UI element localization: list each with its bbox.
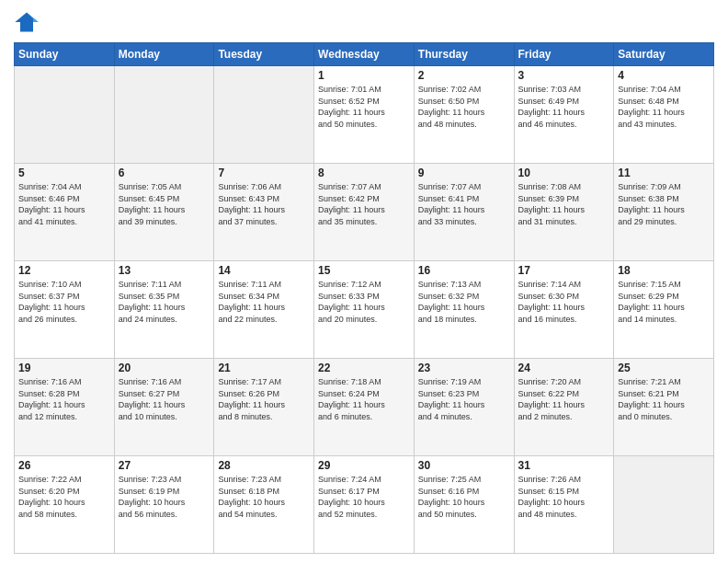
day-number: 14 — [218, 264, 310, 277]
calendar-header-row: SundayMondayTuesdayWednesdayThursdayFrid… — [15, 43, 714, 66]
day-number: 20 — [119, 362, 210, 374]
calendar-cell: 19Sunrise: 7:16 AM Sunset: 6:28 PM Dayli… — [15, 359, 115, 456]
calendar-cell: 20Sunrise: 7:16 AM Sunset: 6:27 PM Dayli… — [114, 359, 214, 456]
day-info: Sunrise: 7:02 AM Sunset: 6:50 PM Dayligh… — [418, 84, 510, 130]
day-info: Sunrise: 7:23 AM Sunset: 6:19 PM Dayligh… — [119, 474, 210, 520]
day-info: Sunrise: 7:24 AM Sunset: 6:17 PM Dayligh… — [318, 474, 410, 520]
day-number: 21 — [218, 362, 310, 374]
calendar-cell: 17Sunrise: 7:14 AM Sunset: 6:30 PM Dayli… — [514, 261, 614, 359]
day-info: Sunrise: 7:08 AM Sunset: 6:39 PM Dayligh… — [518, 181, 610, 227]
calendar-cell: 27Sunrise: 7:23 AM Sunset: 6:19 PM Dayli… — [114, 456, 214, 554]
day-number: 19 — [18, 362, 110, 374]
day-info: Sunrise: 7:04 AM Sunset: 6:46 PM Dayligh… — [18, 181, 110, 227]
calendar-cell: 2Sunrise: 7:02 AM Sunset: 6:50 PM Daylig… — [414, 66, 514, 164]
calendar-cell: 11Sunrise: 7:09 AM Sunset: 6:38 PM Dayli… — [614, 164, 714, 261]
calendar-cell — [214, 66, 314, 164]
calendar-cell: 5Sunrise: 7:04 AM Sunset: 6:46 PM Daylig… — [15, 164, 115, 261]
day-number: 18 — [618, 264, 710, 277]
day-info: Sunrise: 7:22 AM Sunset: 6:20 PM Dayligh… — [18, 474, 110, 520]
calendar-cell: 1Sunrise: 7:01 AM Sunset: 6:52 PM Daylig… — [314, 66, 415, 164]
day-info: Sunrise: 7:13 AM Sunset: 6:32 PM Dayligh… — [418, 279, 510, 325]
day-info: Sunrise: 7:05 AM Sunset: 6:45 PM Dayligh… — [119, 181, 210, 227]
calendar-cell: 9Sunrise: 7:07 AM Sunset: 6:41 PM Daylig… — [414, 164, 514, 261]
calendar-cell — [114, 66, 214, 164]
week-row-2: 5Sunrise: 7:04 AM Sunset: 6:46 PM Daylig… — [15, 164, 714, 261]
day-info: Sunrise: 7:03 AM Sunset: 6:49 PM Dayligh… — [518, 84, 610, 130]
day-number: 16 — [418, 264, 510, 277]
day-info: Sunrise: 7:07 AM Sunset: 6:41 PM Dayligh… — [418, 181, 510, 227]
day-number: 6 — [119, 167, 210, 179]
header-thursday: Thursday — [414, 43, 514, 66]
calendar-cell: 23Sunrise: 7:19 AM Sunset: 6:23 PM Dayli… — [414, 359, 514, 456]
calendar-cell: 14Sunrise: 7:11 AM Sunset: 6:34 PM Dayli… — [214, 261, 314, 359]
calendar-cell: 13Sunrise: 7:11 AM Sunset: 6:35 PM Dayli… — [114, 261, 214, 359]
day-info: Sunrise: 7:18 AM Sunset: 6:24 PM Dayligh… — [318, 376, 410, 422]
day-number: 27 — [119, 459, 210, 472]
calendar-cell: 22Sunrise: 7:18 AM Sunset: 6:24 PM Dayli… — [314, 359, 415, 456]
day-info: Sunrise: 7:26 AM Sunset: 6:15 PM Dayligh… — [518, 474, 610, 520]
calendar-cell — [15, 66, 115, 164]
header-friday: Friday — [514, 43, 614, 66]
day-number: 25 — [618, 362, 710, 374]
day-info: Sunrise: 7:14 AM Sunset: 6:30 PM Dayligh… — [518, 279, 610, 325]
calendar-cell: 3Sunrise: 7:03 AM Sunset: 6:49 PM Daylig… — [514, 66, 614, 164]
day-info: Sunrise: 7:10 AM Sunset: 6:37 PM Dayligh… — [18, 279, 110, 325]
calendar-cell: 31Sunrise: 7:26 AM Sunset: 6:15 PM Dayli… — [514, 456, 614, 554]
calendar-cell: 25Sunrise: 7:21 AM Sunset: 6:21 PM Dayli… — [614, 359, 714, 456]
header-wednesday: Wednesday — [314, 43, 415, 66]
day-info: Sunrise: 7:11 AM Sunset: 6:35 PM Dayligh… — [119, 279, 210, 325]
day-number: 5 — [18, 167, 110, 179]
day-number: 24 — [518, 362, 610, 374]
calendar-cell: 15Sunrise: 7:12 AM Sunset: 6:33 PM Dayli… — [314, 261, 415, 359]
day-number: 31 — [518, 459, 610, 472]
calendar-cell: 26Sunrise: 7:22 AM Sunset: 6:20 PM Dayli… — [15, 456, 115, 554]
day-info: Sunrise: 7:17 AM Sunset: 6:26 PM Dayligh… — [218, 376, 310, 422]
logo-icon — [14, 9, 40, 35]
day-info: Sunrise: 7:12 AM Sunset: 6:33 PM Dayligh… — [318, 279, 410, 325]
day-info: Sunrise: 7:06 AM Sunset: 6:43 PM Dayligh… — [218, 181, 310, 227]
day-number: 30 — [418, 459, 510, 472]
calendar-cell: 29Sunrise: 7:24 AM Sunset: 6:17 PM Dayli… — [314, 456, 415, 554]
day-info: Sunrise: 7:19 AM Sunset: 6:23 PM Dayligh… — [418, 376, 510, 422]
calendar-cell: 10Sunrise: 7:08 AM Sunset: 6:39 PM Dayli… — [514, 164, 614, 261]
week-row-3: 12Sunrise: 7:10 AM Sunset: 6:37 PM Dayli… — [15, 261, 714, 359]
calendar-cell: 6Sunrise: 7:05 AM Sunset: 6:45 PM Daylig… — [114, 164, 214, 261]
calendar-cell: 12Sunrise: 7:10 AM Sunset: 6:37 PM Dayli… — [15, 261, 115, 359]
calendar-cell: 30Sunrise: 7:25 AM Sunset: 6:16 PM Dayli… — [414, 456, 514, 554]
calendar-cell — [614, 456, 714, 554]
day-number: 23 — [418, 362, 510, 374]
header-tuesday: Tuesday — [214, 43, 314, 66]
day-info: Sunrise: 7:01 AM Sunset: 6:52 PM Dayligh… — [318, 84, 410, 130]
day-number: 15 — [318, 264, 410, 277]
day-info: Sunrise: 7:04 AM Sunset: 6:48 PM Dayligh… — [618, 84, 710, 130]
day-number: 3 — [518, 69, 610, 82]
calendar-cell: 28Sunrise: 7:23 AM Sunset: 6:18 PM Dayli… — [214, 456, 314, 554]
calendar-cell: 7Sunrise: 7:06 AM Sunset: 6:43 PM Daylig… — [214, 164, 314, 261]
day-number: 4 — [618, 69, 710, 82]
day-number: 8 — [318, 167, 410, 179]
day-number: 26 — [18, 459, 110, 472]
calendar-cell: 4Sunrise: 7:04 AM Sunset: 6:48 PM Daylig… — [614, 66, 714, 164]
day-number: 1 — [318, 69, 410, 82]
day-number: 2 — [418, 69, 510, 82]
day-number: 29 — [318, 459, 410, 472]
header — [14, 9, 714, 35]
calendar-cell: 18Sunrise: 7:15 AM Sunset: 6:29 PM Dayli… — [614, 261, 714, 359]
logo — [14, 9, 43, 35]
day-info: Sunrise: 7:21 AM Sunset: 6:21 PM Dayligh… — [618, 376, 710, 422]
calendar-cell: 21Sunrise: 7:17 AM Sunset: 6:26 PM Dayli… — [214, 359, 314, 456]
day-info: Sunrise: 7:25 AM Sunset: 6:16 PM Dayligh… — [418, 474, 510, 520]
week-row-4: 19Sunrise: 7:16 AM Sunset: 6:28 PM Dayli… — [15, 359, 714, 456]
day-info: Sunrise: 7:23 AM Sunset: 6:18 PM Dayligh… — [218, 474, 310, 520]
day-number: 17 — [518, 264, 610, 277]
day-number: 10 — [518, 167, 610, 179]
calendar-cell: 8Sunrise: 7:07 AM Sunset: 6:42 PM Daylig… — [314, 164, 415, 261]
day-info: Sunrise: 7:07 AM Sunset: 6:42 PM Dayligh… — [318, 181, 410, 227]
day-info: Sunrise: 7:20 AM Sunset: 6:22 PM Dayligh… — [518, 376, 610, 422]
day-number: 13 — [119, 264, 210, 277]
day-info: Sunrise: 7:09 AM Sunset: 6:38 PM Dayligh… — [618, 181, 710, 227]
day-info: Sunrise: 7:16 AM Sunset: 6:28 PM Dayligh… — [18, 376, 110, 422]
week-row-5: 26Sunrise: 7:22 AM Sunset: 6:20 PM Dayli… — [15, 456, 714, 554]
calendar: SundayMondayTuesdayWednesdayThursdayFrid… — [14, 42, 714, 554]
calendar-cell: 24Sunrise: 7:20 AM Sunset: 6:22 PM Dayli… — [514, 359, 614, 456]
